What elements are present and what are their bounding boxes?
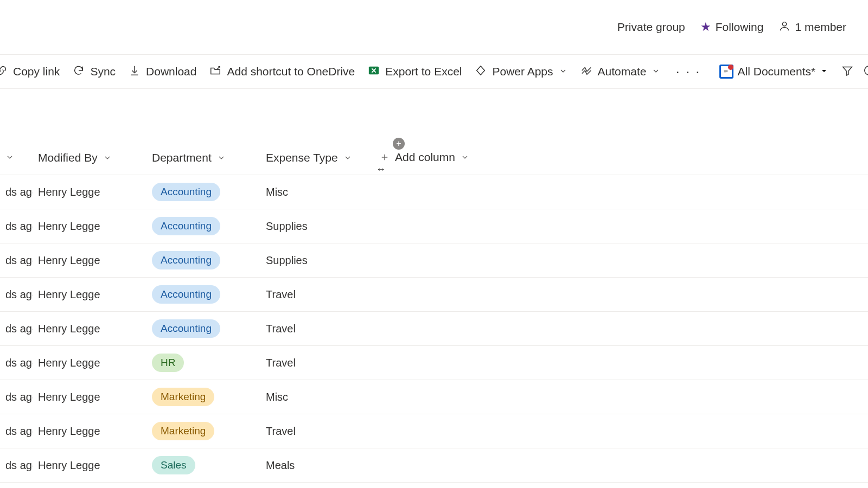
department-pill: Sales bbox=[152, 456, 195, 474]
chevron-down-icon bbox=[5, 153, 14, 162]
cell-modified-by: Henry Legge bbox=[33, 414, 146, 448]
add-column-inline-button[interactable]: + bbox=[393, 138, 405, 150]
chevron-down-icon bbox=[461, 153, 469, 162]
table-row[interactable]: ds agoHenry LeggeAccountingTravel bbox=[0, 278, 868, 312]
cell-modified-by: Henry Legge bbox=[33, 346, 146, 380]
cell-department: Accounting bbox=[146, 209, 260, 243]
cell-expense-type: Supplies bbox=[260, 209, 374, 243]
chevron-down-icon bbox=[820, 65, 828, 78]
column-header-modified[interactable] bbox=[0, 143, 33, 175]
svg-point-6 bbox=[865, 66, 868, 75]
cell-modified: ds ago bbox=[0, 175, 33, 209]
column-header-expense-type[interactable]: Expense Type bbox=[260, 143, 374, 175]
column-header-label: Expense Type bbox=[266, 151, 338, 164]
sync-icon bbox=[73, 65, 85, 79]
add-shortcut-icon bbox=[209, 65, 221, 79]
following-toggle[interactable]: ★ Following bbox=[700, 20, 764, 34]
department-pill: HR bbox=[152, 354, 184, 372]
column-header-modified-by[interactable]: Modified By bbox=[33, 143, 146, 175]
cell-modified: ds ago bbox=[0, 346, 33, 380]
column-header-label: Modified By bbox=[38, 151, 98, 164]
table-row[interactable]: ds agoHenry LeggeAccountingMisc bbox=[0, 175, 868, 209]
link-icon bbox=[0, 65, 8, 79]
members-button[interactable]: 1 member bbox=[778, 20, 846, 35]
command-bar: Copy link Sync Download Add shortcut to … bbox=[0, 54, 868, 89]
cell-department: Accounting bbox=[146, 312, 260, 346]
excel-icon bbox=[368, 65, 380, 79]
cell-department: HR bbox=[146, 346, 260, 380]
table-row[interactable]: ds agoHenry LeggeAccountingSupplies bbox=[0, 243, 868, 278]
power-apps-label: Power Apps bbox=[492, 65, 553, 78]
cell-empty bbox=[374, 312, 868, 346]
chevron-down-icon bbox=[103, 153, 112, 162]
department-pill: Accounting bbox=[152, 285, 220, 304]
cell-expense-type: Misc bbox=[260, 175, 374, 209]
cell-empty bbox=[374, 175, 868, 209]
cell-expense-type: Travel bbox=[260, 346, 374, 380]
cell-modified: ds ago bbox=[0, 380, 33, 414]
view-switcher[interactable]: All Documents* bbox=[716, 62, 832, 81]
sync-label: Sync bbox=[90, 65, 116, 78]
cell-modified-by: Henry Legge bbox=[33, 312, 146, 346]
star-icon: ★ bbox=[700, 20, 711, 34]
cell-empty bbox=[374, 414, 868, 448]
chevron-down-icon bbox=[343, 153, 352, 162]
column-header-add-column[interactable]: Add column bbox=[374, 143, 868, 175]
table-row[interactable]: ds agoHenry LeggeMarketingTravel bbox=[0, 414, 868, 448]
view-name-label: All Documents* bbox=[738, 65, 816, 78]
add-shortcut-label: Add shortcut to OneDrive bbox=[227, 65, 355, 78]
cell-modified: ds ago bbox=[0, 448, 33, 483]
svg-marker-5 bbox=[843, 67, 852, 75]
table-row[interactable]: ds agoHenry LeggeAccountingTravel bbox=[0, 312, 868, 346]
documents-table: Modified By Department Expense Type bbox=[0, 143, 868, 483]
add-shortcut-button[interactable]: Add shortcut to OneDrive bbox=[209, 65, 355, 79]
cell-department: Sales bbox=[146, 448, 260, 483]
members-label: 1 member bbox=[795, 21, 846, 34]
following-label: Following bbox=[716, 21, 764, 34]
copy-link-label: Copy link bbox=[13, 65, 60, 78]
group-privacy-text: Private group bbox=[617, 21, 685, 34]
person-icon bbox=[778, 20, 790, 35]
automate-icon bbox=[580, 65, 592, 79]
department-pill: Accounting bbox=[152, 319, 220, 338]
power-apps-icon bbox=[475, 65, 487, 79]
cell-department: Accounting bbox=[146, 175, 260, 209]
export-excel-button[interactable]: Export to Excel bbox=[368, 65, 462, 79]
column-header-label: Add column bbox=[395, 151, 455, 164]
download-icon bbox=[129, 65, 141, 79]
cell-modified: ds ago bbox=[0, 209, 33, 243]
table-row[interactable]: ds agoHenry LeggeHRTravel bbox=[0, 346, 868, 380]
cell-expense-type: Supplies bbox=[260, 243, 374, 278]
copy-link-button[interactable]: Copy link bbox=[0, 65, 60, 79]
sync-button[interactable]: Sync bbox=[73, 65, 116, 79]
automate-label: Automate bbox=[598, 65, 647, 78]
power-apps-button[interactable]: Power Apps bbox=[475, 65, 567, 79]
cell-modified-by: Henry Legge bbox=[33, 448, 146, 483]
cell-empty bbox=[374, 278, 868, 312]
cell-department: Accounting bbox=[146, 243, 260, 278]
filter-button[interactable] bbox=[841, 65, 853, 79]
table-row[interactable]: ds agoHenry LeggeMarketingMisc bbox=[0, 380, 868, 414]
cell-expense-type: Travel bbox=[260, 414, 374, 448]
plus-icon bbox=[380, 152, 390, 162]
automate-button[interactable]: Automate bbox=[580, 65, 661, 79]
chevron-down-icon bbox=[559, 65, 567, 78]
table-row[interactable]: ds agoHenry LeggeSalesMeals bbox=[0, 448, 868, 483]
download-button[interactable]: Download bbox=[129, 65, 196, 79]
cell-modified-by: Henry Legge bbox=[33, 209, 146, 243]
svg-point-0 bbox=[783, 22, 787, 25]
table-row[interactable]: ds agoHenry LeggeAccountingSupplies bbox=[0, 209, 868, 243]
details-pane-button[interactable] bbox=[863, 65, 868, 79]
cell-expense-type: Travel bbox=[260, 312, 374, 346]
cell-empty bbox=[374, 346, 868, 380]
cell-modified: ds ago bbox=[0, 278, 33, 312]
cell-modified-by: Henry Legge bbox=[33, 175, 146, 209]
cell-expense-type: Misc bbox=[260, 380, 374, 414]
cell-modified: ds ago bbox=[0, 312, 33, 346]
column-header-department[interactable]: Department bbox=[146, 143, 260, 175]
cell-empty bbox=[374, 448, 868, 483]
more-commands-button[interactable]: · · · bbox=[673, 63, 703, 80]
department-pill: Accounting bbox=[152, 251, 220, 269]
cell-modified: ds ago bbox=[0, 414, 33, 448]
cell-modified: ds ago bbox=[0, 243, 33, 278]
